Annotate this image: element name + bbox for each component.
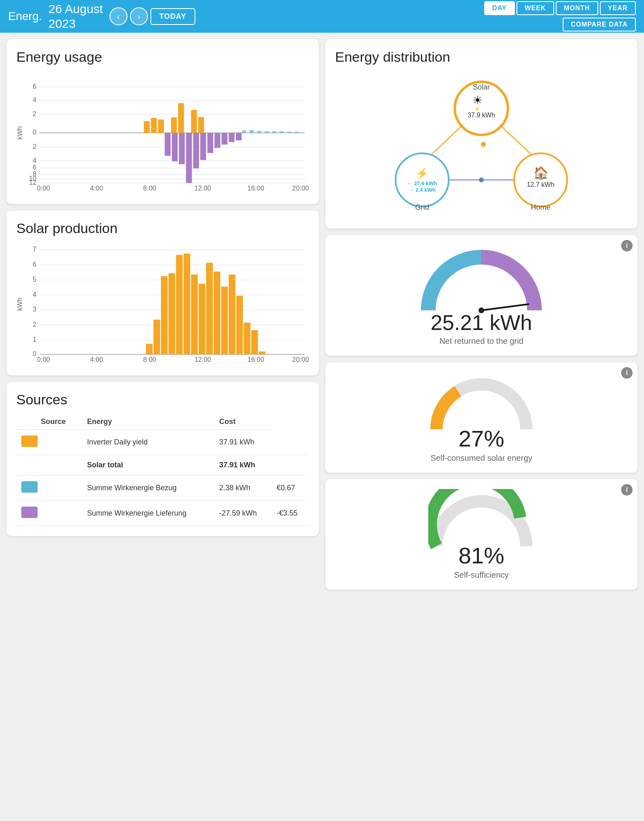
bar-purple — [229, 133, 235, 142]
energy-usage-title: Energy usage — [16, 49, 309, 65]
grid-to: → 2.4 kWh — [409, 187, 436, 193]
self-sufficiency-value: 81% — [458, 542, 504, 569]
solar-bar — [244, 323, 250, 354]
col-energy: Energy — [82, 414, 214, 430]
net-returned-value: 25.21 kWh — [431, 310, 532, 335]
svg-text:6: 6 — [33, 164, 36, 171]
svg-text:12:00: 12:00 — [195, 184, 211, 192]
solar-label: Solar — [473, 83, 490, 91]
svg-text:4: 4 — [33, 96, 36, 103]
svg-text:☀: ☀ — [472, 94, 483, 107]
svg-text:2: 2 — [33, 321, 36, 328]
bar-orange — [191, 110, 197, 133]
bar-orange — [144, 121, 150, 133]
info-icon-self-consumed[interactable]: i — [621, 367, 633, 379]
solar-bar — [183, 253, 190, 354]
info-icon-self-sufficiency[interactable]: i — [621, 484, 633, 496]
col-source: Source — [16, 414, 82, 430]
sources-table: Source Energy Cost Inverter Daily yield3… — [16, 414, 309, 526]
color-swatch-orange — [21, 435, 38, 447]
bar-blue-small — [272, 131, 276, 133]
info-icon-net[interactable]: i — [621, 240, 633, 251]
period-week-button[interactable]: WEEK — [517, 1, 554, 15]
grid-circle — [396, 153, 449, 206]
svg-text:kWh: kWh — [16, 298, 23, 311]
svg-text:1: 1 — [33, 336, 36, 343]
svg-point-44 — [481, 142, 486, 147]
solar-bar — [214, 271, 220, 354]
svg-text:16:00: 16:00 — [248, 356, 264, 363]
energy-distribution-title: Energy distribution — [335, 49, 628, 65]
solar-value: 37.9 kWh — [467, 112, 495, 119]
energy-usage-card: Energy usage kWh — [7, 39, 319, 204]
svg-text:6: 6 — [33, 83, 36, 90]
bar-blue-small — [287, 132, 291, 133]
self-sufficiency-card: i 81% Self-sufficiency — [325, 479, 637, 590]
table-row: Solar total37.91 kWh — [16, 455, 309, 476]
grid-from: ← 27.6 kWh — [407, 180, 437, 186]
home-circle — [514, 153, 567, 206]
source-name: Summe Wirkenergie Bezug — [82, 476, 214, 501]
svg-text:0: 0 — [33, 350, 36, 357]
solar-bar — [146, 344, 152, 354]
svg-text:12:00: 12:00 — [195, 356, 211, 363]
bar-purple — [193, 133, 199, 168]
bar-purple — [236, 133, 242, 140]
self-consumed-value: 27% — [458, 425, 504, 452]
svg-text:7: 7 — [33, 245, 36, 253]
bar-blue-small — [295, 132, 299, 133]
bar-blue-small — [250, 130, 254, 133]
svg-text:4:00: 4:00 — [90, 356, 103, 363]
distribution-diagram: ☀ ⚡ 37.9 kWh Solar — [335, 72, 628, 219]
bar-purple — [172, 133, 178, 162]
table-row: Inverter Daily yield37.91 kWh — [16, 430, 309, 455]
compare-data-button[interactable]: COMPARE DATA — [563, 18, 636, 31]
svg-text:⚡: ⚡ — [416, 167, 429, 180]
svg-text:20:00: 20:00 — [292, 356, 309, 363]
right-column: Energy distribution ☀ ⚡ 37.9 kWh Solar — [325, 39, 637, 590]
bar-orange — [178, 103, 184, 133]
solar-production-card: Solar production 7 6 5 4 — [7, 211, 319, 375]
distribution-svg: ☀ ⚡ 37.9 kWh Solar — [335, 76, 628, 215]
energy-distribution-card: Energy distribution ☀ ⚡ 37.9 kWh Solar — [325, 39, 637, 229]
svg-text:🏠: 🏠 — [533, 166, 549, 180]
left-column: Energy usage kWh — [7, 39, 319, 590]
svg-text:6: 6 — [33, 260, 36, 268]
bar-blue-small — [242, 130, 246, 133]
net-returned-card: i 25.21 kWh Net returned to the grid — [325, 235, 637, 356]
solar-bar — [168, 273, 175, 354]
solar-bar — [199, 284, 205, 354]
source-name: Inverter Daily yield — [82, 430, 214, 455]
color-swatch-purple — [21, 507, 38, 518]
svg-text:8:00: 8:00 — [143, 356, 156, 363]
svg-text:16:00: 16:00 — [248, 184, 264, 192]
svg-text:2: 2 — [33, 110, 36, 117]
home-value: 12.7 kWh — [527, 181, 555, 188]
period-month-button[interactable]: MONTH — [556, 1, 598, 15]
prev-button[interactable]: ‹ — [110, 7, 127, 25]
bar-orange — [198, 117, 204, 133]
solar-bar — [251, 330, 258, 354]
next-button[interactable]: › — [130, 7, 148, 25]
period-year-button[interactable]: YEAR — [600, 1, 636, 15]
nav-buttons: ‹ › TODAY — [110, 7, 195, 25]
energy-usage-svg: kWh — [16, 72, 309, 194]
today-button[interactable]: TODAY — [150, 8, 195, 25]
solar-bar — [161, 276, 168, 354]
bar-purple — [207, 133, 213, 153]
source-energy: -27.59 kWh — [215, 501, 272, 526]
bar-purple — [221, 133, 227, 145]
self-consumed-card: i 27% Self-consumed solar energy — [325, 362, 637, 473]
solar-bar — [153, 320, 160, 354]
period-day-button[interactable]: DAY — [484, 1, 515, 15]
sources-title: Sources — [16, 392, 309, 408]
source-cost — [272, 430, 309, 455]
source-name: Summe Wirkenergie Lieferung — [82, 501, 214, 526]
svg-text:5: 5 — [33, 276, 36, 283]
svg-text:0:00: 0:00 — [37, 356, 50, 363]
solar-bar — [236, 296, 243, 354]
svg-text:2: 2 — [33, 143, 36, 150]
source-energy: 37.91 kWh — [215, 430, 272, 455]
solar-bar — [221, 287, 228, 354]
bar-purple — [165, 133, 170, 156]
